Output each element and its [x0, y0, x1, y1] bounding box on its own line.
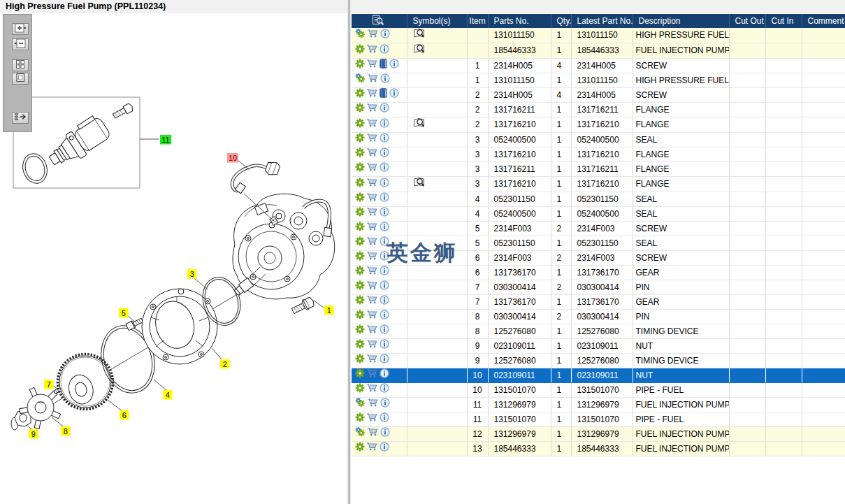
- cart-icon[interactable]: [367, 398, 379, 412]
- info-icon[interactable]: [389, 88, 399, 102]
- cart-icon[interactable]: [366, 368, 378, 382]
- column-header-item[interactable]: Item: [467, 14, 488, 28]
- info-icon[interactable]: [380, 324, 389, 338]
- gears-icon[interactable]: [355, 29, 366, 43]
- gear-icon[interactable]: [355, 412, 365, 426]
- table-row[interactable]: 61317361701131736170GEAR: [352, 266, 845, 280]
- book-icon[interactable]: [380, 59, 388, 73]
- info-icon[interactable]: [380, 310, 389, 324]
- table-row[interactable]: 90231090111023109011NUT: [352, 339, 845, 354]
- gear-icon[interactable]: [355, 178, 365, 192]
- table-row[interactable]: 30524005001052400500SEAL: [352, 133, 845, 147]
- gear-icon[interactable]: [355, 368, 365, 382]
- cart-icon[interactable]: [366, 310, 378, 324]
- gear-icon[interactable]: [355, 103, 365, 117]
- gears-icon[interactable]: [355, 73, 366, 87]
- table-row[interactable]: 31317162101131716210FLANGE: [352, 147, 845, 162]
- gear-icon[interactable]: [355, 147, 365, 161]
- gear-icon[interactable]: [355, 295, 365, 309]
- gear-icon[interactable]: [355, 88, 365, 102]
- cart-icon[interactable]: [367, 73, 379, 87]
- gear-icon[interactable]: [355, 383, 365, 397]
- table-row[interactable]: 52314F00322314F003SCREW: [352, 222, 845, 236]
- info-icon[interactable]: [380, 236, 389, 250]
- cart-icon[interactable]: [366, 236, 378, 250]
- cart-icon[interactable]: [366, 295, 378, 309]
- callout-label-4[interactable]: 4: [163, 390, 173, 400]
- table-row[interactable]: 50523011501052301150SEAL: [352, 236, 845, 251]
- info-icon[interactable]: [380, 162, 389, 176]
- callout-label-10[interactable]: 10: [227, 153, 238, 163]
- info-icon[interactable]: [380, 73, 390, 87]
- callout-label-3[interactable]: 3: [187, 269, 197, 279]
- info-icon[interactable]: [380, 147, 389, 161]
- cart-icon[interactable]: [366, 44, 378, 58]
- table-row[interactable]: 1310111501131011150HIGH PRESSURE FUEL PU…: [352, 28, 845, 43]
- gear-icon[interactable]: [355, 251, 365, 265]
- cart-icon[interactable]: [366, 103, 378, 117]
- column-header-cut-in[interactable]: Cut In: [765, 14, 802, 28]
- gear-icon[interactable]: [355, 324, 365, 338]
- column-header-actions[interactable]: [352, 14, 407, 28]
- column-header-qty-[interactable]: Qty.: [551, 14, 571, 28]
- table-row[interactable]: 40524005001052400500SEAL: [352, 207, 845, 222]
- cart-icon[interactable]: [366, 412, 378, 426]
- column-header-latest-part-no-[interactable]: Latest Part No.: [571, 14, 633, 28]
- tile-view-button[interactable]: [12, 59, 29, 71]
- cart-icon[interactable]: [366, 354, 378, 368]
- info-icon[interactable]: [380, 295, 389, 309]
- table-row[interactable]: 101315010701131501070PIPE - FUEL: [352, 383, 845, 398]
- table-row[interactable]: 81252760801125276080TIMING DEVICE: [352, 324, 845, 339]
- info-icon[interactable]: [380, 383, 389, 397]
- cart-icon[interactable]: [366, 192, 378, 206]
- cart-icon[interactable]: [366, 88, 378, 102]
- callout-label-5[interactable]: 5: [119, 308, 129, 318]
- callout-label-8[interactable]: 8: [61, 426, 71, 436]
- info-icon[interactable]: [380, 280, 389, 294]
- info-icon[interactable]: [380, 29, 390, 43]
- cart-icon[interactable]: [366, 147, 378, 161]
- gear-icon[interactable]: [355, 192, 365, 206]
- info-icon[interactable]: [380, 222, 389, 236]
- gear-icon[interactable]: [355, 339, 365, 353]
- gear-icon[interactable]: [355, 236, 365, 250]
- column-header-symbol-s-[interactable]: Symbol(s): [407, 14, 467, 28]
- info-icon[interactable]: [380, 178, 389, 192]
- callout-label-11[interactable]: 11: [160, 135, 171, 145]
- gear-icon[interactable]: [355, 207, 365, 221]
- column-header-cut-out[interactable]: Cut Out: [729, 14, 765, 28]
- cart-icon[interactable]: [366, 59, 378, 73]
- info-icon[interactable]: [380, 207, 389, 221]
- info-icon[interactable]: [380, 192, 389, 206]
- cart-icon[interactable]: [366, 207, 378, 221]
- cart-icon[interactable]: [366, 280, 378, 294]
- gear-icon[interactable]: [355, 59, 365, 73]
- zoom-out-button[interactable]: [12, 38, 29, 50]
- column-header-parts-no-[interactable]: Parts No.: [488, 14, 551, 28]
- callout-label-6[interactable]: 6: [120, 410, 129, 420]
- zoom-in-button[interactable]: [12, 23, 29, 35]
- cart-icon[interactable]: [366, 162, 378, 176]
- callout-label-1[interactable]: 1: [324, 305, 334, 315]
- gear-icon[interactable]: [355, 133, 365, 147]
- callout-label-2[interactable]: 2: [220, 359, 230, 369]
- table-row[interactable]: 11310111501131011150HIGH PRESSURE FUEL P…: [352, 73, 845, 88]
- table-row[interactable]: 121312969791131296979FUEL INJECTION PUMP…: [352, 427, 845, 442]
- info-icon[interactable]: [380, 412, 389, 426]
- export-panel-button[interactable]: [12, 112, 29, 124]
- info-icon[interactable]: [380, 339, 389, 353]
- table-row[interactable]: 111315010701131501070PIPE - FUEL: [352, 412, 845, 427]
- gears-icon[interactable]: [355, 427, 366, 441]
- gear-icon[interactable]: [355, 310, 365, 324]
- column-header-description[interactable]: Description: [633, 14, 729, 28]
- info-icon[interactable]: [380, 368, 389, 382]
- table-row[interactable]: 31317162111131716211FLANGE: [352, 162, 845, 177]
- info-icon[interactable]: [380, 442, 389, 456]
- info-icon[interactable]: [380, 251, 389, 265]
- table-row[interactable]: 1854463331185446333FUEL INJECTION PUMP K…: [352, 43, 845, 59]
- gear-icon[interactable]: [355, 118, 365, 132]
- cart-icon[interactable]: [367, 427, 379, 441]
- callout-label-7[interactable]: 7: [44, 380, 54, 389]
- info-icon[interactable]: [380, 354, 389, 368]
- column-header-comment[interactable]: Comment: [802, 14, 845, 28]
